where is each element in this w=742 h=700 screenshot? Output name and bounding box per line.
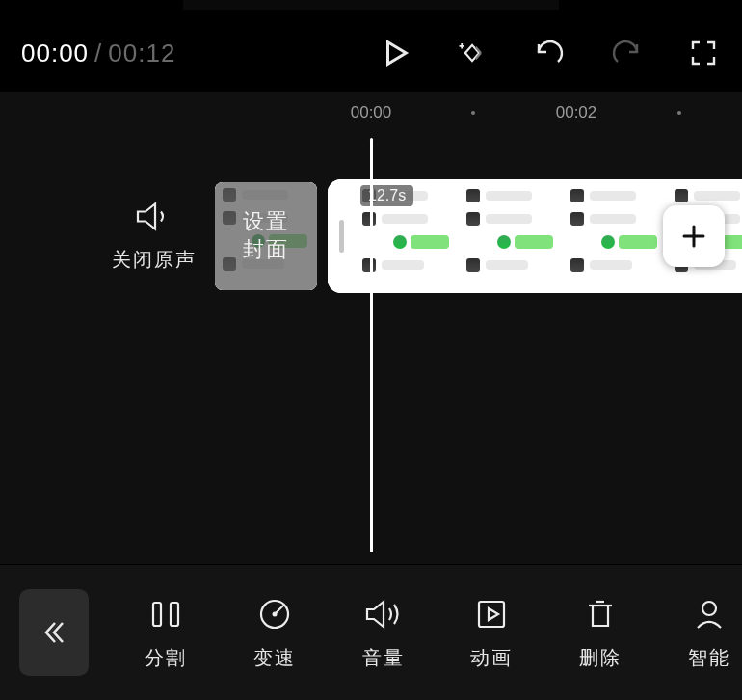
undo-button[interactable] xyxy=(532,36,567,70)
clip-frame xyxy=(563,183,667,289)
time-total: 00:12 xyxy=(108,39,175,68)
ruler-label: 00:00 xyxy=(351,103,392,122)
clip-duration-badge: 12.7s xyxy=(360,185,413,206)
tool-animation[interactable]: 动画 xyxy=(459,595,525,671)
tool-label: 动画 xyxy=(470,645,513,671)
add-keyframe-button[interactable] xyxy=(455,36,490,70)
tool-delete[interactable]: 删除 xyxy=(568,595,634,671)
tool-label: 分割 xyxy=(145,645,187,671)
edit-toolbar: 分割 变速 音量 动画 xyxy=(0,565,742,700)
ruler-label: 00:02 xyxy=(556,103,597,122)
playback-bar: 00:00 / 00:12 xyxy=(0,27,742,79)
add-keyframe-icon xyxy=(455,39,490,67)
time-current: 00:00 xyxy=(21,39,89,68)
delete-icon xyxy=(581,595,620,633)
tool-smart[interactable]: 智能 xyxy=(676,595,742,671)
speed-icon xyxy=(255,595,294,633)
video-preview-stub xyxy=(183,0,559,10)
mute-original-audio-button[interactable]: 关闭原声 xyxy=(96,201,212,273)
svg-rect-0 xyxy=(153,603,161,626)
mute-label: 关闭原声 xyxy=(96,247,212,273)
clip-frame xyxy=(459,183,563,289)
svg-rect-1 xyxy=(171,603,178,626)
plus-icon xyxy=(680,223,707,250)
svg-point-5 xyxy=(702,602,716,615)
fullscreen-icon xyxy=(689,39,718,67)
play-icon xyxy=(381,37,410,69)
timeline[interactable]: 00:00 00:02 关闭原声 设置 封面 xyxy=(0,92,742,564)
time-separator: / xyxy=(94,39,102,68)
cover-label-line1: 设置 xyxy=(243,209,289,233)
undo-icon xyxy=(533,39,566,67)
ruler-dot xyxy=(471,111,475,115)
set-cover-button[interactable]: 设置 封面 xyxy=(215,182,317,290)
tool-label: 智能 xyxy=(688,645,730,671)
clip-lane: 关闭原声 设置 封面 12.7s xyxy=(0,182,742,290)
tool-speed[interactable]: 变速 xyxy=(242,595,308,671)
redo-icon xyxy=(610,39,643,67)
tool-label: 变速 xyxy=(253,645,296,671)
volume-icon xyxy=(362,595,405,633)
tool-volume[interactable]: 音量 xyxy=(350,595,416,671)
split-icon xyxy=(146,595,185,633)
fullscreen-button[interactable] xyxy=(686,36,721,70)
toolbar-tools: 分割 变速 音量 动画 xyxy=(89,595,742,671)
time-ruler[interactable]: 00:00 00:02 xyxy=(0,92,742,134)
redo-button[interactable] xyxy=(609,36,644,70)
time-display: 00:00 / 00:12 xyxy=(21,39,175,68)
clip-trim-handle-left[interactable] xyxy=(328,179,355,293)
tool-label: 音量 xyxy=(362,645,405,671)
smart-icon xyxy=(690,595,729,633)
tool-label: 删除 xyxy=(579,645,622,671)
add-clip-button[interactable] xyxy=(663,205,725,267)
cover-label-line2: 封面 xyxy=(243,237,289,261)
ruler-dot xyxy=(677,111,681,115)
toolbar-back-button[interactable] xyxy=(19,589,89,676)
chevron-double-left-icon xyxy=(40,618,68,647)
svg-point-3 xyxy=(273,611,278,616)
play-button[interactable] xyxy=(378,36,412,70)
tool-split[interactable]: 分割 xyxy=(133,595,199,671)
speaker-icon xyxy=(134,201,174,233)
animation-icon xyxy=(472,595,511,633)
